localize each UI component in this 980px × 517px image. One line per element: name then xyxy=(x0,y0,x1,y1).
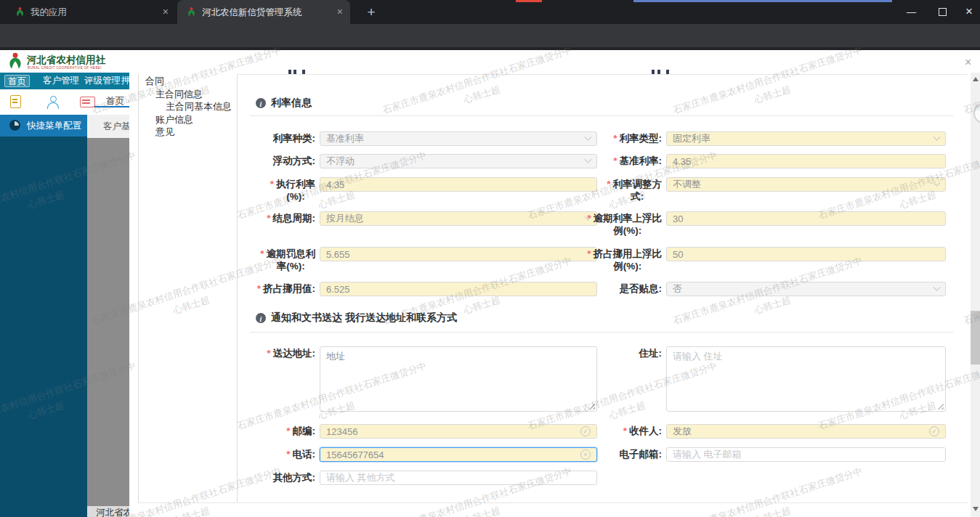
field-value: 不浮动 xyxy=(326,155,581,168)
maximize-button[interactable] xyxy=(939,8,947,16)
quick-menu-label: 快捷菜单配置 xyxy=(27,120,81,132)
app-logo-strip: 河北省农村信用社 RURAL CREDIT COOPERATIVE OF HEB… xyxy=(0,50,129,73)
dashboard-icon xyxy=(9,120,20,131)
field-value: 123456 xyxy=(326,426,576,437)
list-card-icon[interactable] xyxy=(80,97,95,107)
tab-close-icon[interactable]: × xyxy=(337,6,343,17)
top-accent-blue xyxy=(633,0,892,2)
tab-title: 河北农信新信贷管理系统 xyxy=(202,7,324,19)
tree-item-4[interactable]: 账户信息 xyxy=(139,113,235,126)
field-label-delivery-address: *送达地址: xyxy=(224,347,315,359)
tree-item-3[interactable]: 主合同基本信息 xyxy=(139,100,235,113)
field-label-base-rate: *基准利率: xyxy=(564,155,662,167)
field-value: 5.655 xyxy=(326,249,591,260)
field-phone[interactable]: 15645677654× xyxy=(320,447,597,462)
field-label-text: 浮动方式: xyxy=(273,155,316,167)
dialog-close-icon[interactable]: × xyxy=(965,56,971,69)
field-value: 发放 xyxy=(673,425,925,438)
clipped-text-fragment xyxy=(652,70,655,74)
field-label-text: 是否贴息: xyxy=(620,282,663,295)
tree-item-2[interactable]: 主合同信息 xyxy=(139,88,235,101)
app-nav: 首页客户管理评级管理押品 xyxy=(0,73,129,89)
screen: 我的应用 × 河北农信新信贷管理系统 × + — × ← → ↻ 不安全 xyxy=(0,0,980,517)
window-close-button[interactable]: × xyxy=(965,4,973,19)
field-rate-type[interactable]: 固定利率 xyxy=(666,131,946,146)
scrollbar-down-arrow[interactable] xyxy=(973,507,979,511)
section-header-delivery: 通知和文书送达 我行送达地址和联系方式 xyxy=(256,312,457,325)
dialog-scrollbar[interactable] xyxy=(971,73,980,517)
field-misuse-value[interactable]: 6.525 xyxy=(320,282,597,296)
required-asterisk: * xyxy=(587,212,591,237)
tree-item-5[interactable]: 意见 xyxy=(139,126,235,139)
new-tab-button[interactable]: + xyxy=(362,3,381,22)
field-rate-kind[interactable]: 基准利率 xyxy=(320,131,597,146)
field-home-address[interactable]: 请输入 住址 xyxy=(666,346,946,412)
sidebar-item-quick-menu[interactable]: 快捷菜单配置 xyxy=(0,115,87,137)
scrollbar-thumb[interactable] xyxy=(971,311,980,365)
field-rate-adjust-mode[interactable]: 不调整 xyxy=(666,177,946,192)
field-base-rate[interactable]: 4.35 xyxy=(666,154,946,168)
field-discount-flag[interactable]: 否 xyxy=(666,282,946,296)
scrollbar-up-arrow[interactable] xyxy=(973,77,979,81)
field-recipient[interactable]: 发放✓ xyxy=(666,424,946,439)
field-interest-cycle[interactable]: 按月结息 xyxy=(320,211,597,226)
favicon-rcc-logo xyxy=(186,7,197,17)
check-circle-icon[interactable]: ✓ xyxy=(929,426,939,436)
nav-item-3[interactable]: 评级管理 xyxy=(81,75,123,87)
field-label-overdue-float-ratio: *逾期利率上浮比 例(%): xyxy=(564,212,662,237)
field-label-rate-kind: 利率种类: xyxy=(224,132,315,144)
field-placeholder: 请输入 其他方式 xyxy=(326,471,591,484)
page-footer-fragment: 河北省农 xyxy=(87,506,129,517)
field-email[interactable]: 请输入 电子邮箱 xyxy=(666,447,946,462)
minimize-button[interactable]: — xyxy=(907,7,916,17)
field-exec-rate[interactable]: 4.35 xyxy=(320,177,597,192)
field-placeholder: 请输入 电子邮箱 xyxy=(673,448,939,461)
field-other-method[interactable]: 请输入 其他方式 xyxy=(320,471,597,485)
field-delivery-address[interactable]: 地址 xyxy=(320,346,597,412)
tab-close-icon[interactable]: × xyxy=(163,6,169,17)
field-label-float-mode: 浮动方式: xyxy=(224,155,315,167)
browser-tab-my-apps[interactable]: 我的应用 × xyxy=(6,0,176,24)
chevron-down-icon xyxy=(934,133,941,140)
nav-item-1[interactable]: 首页 xyxy=(4,75,30,87)
field-postcode[interactable]: 123456✓ xyxy=(320,424,597,439)
user-icon[interactable] xyxy=(46,95,60,108)
field-label-text: 收件人: xyxy=(629,425,662,437)
field-label-postcode: *邮编: xyxy=(224,425,315,437)
field-label-recipient: *收件人: xyxy=(564,425,662,437)
required-asterisk: * xyxy=(613,132,617,144)
required-asterisk: * xyxy=(267,212,270,224)
field-label-home-address: 住址: xyxy=(564,347,662,359)
field-label-misuse-value: *挤占挪用值: xyxy=(224,282,315,295)
nav-item-4[interactable]: 押品 xyxy=(118,75,129,87)
field-label-text: 送达地址: xyxy=(273,347,316,359)
tree-item-1[interactable]: 合同 xyxy=(139,75,235,88)
field-label-text: 电话: xyxy=(293,448,316,460)
resize-handle-icon[interactable] xyxy=(937,403,944,410)
field-value: 固定利率 xyxy=(673,132,930,145)
field-label-rate-adjust-mode: *利率调整方 式: xyxy=(564,178,662,203)
field-value: 按月结息 xyxy=(326,212,581,225)
clipped-text-fragment xyxy=(302,70,305,74)
required-asterisk: * xyxy=(270,178,274,203)
active-tab-underline xyxy=(94,106,129,107)
required-asterisk: * xyxy=(286,448,290,460)
field-label-text: 电子邮箱: xyxy=(620,448,663,460)
clipped-text-fragment xyxy=(666,70,669,74)
section-divider xyxy=(251,115,953,116)
info-icon xyxy=(256,98,266,108)
field-overdue-float-ratio[interactable]: 30 xyxy=(666,211,946,226)
clipped-text-fragment xyxy=(657,70,660,74)
field-misuse-float-ratio[interactable]: 50 xyxy=(666,247,946,261)
field-label-text: 逾期罚息利 率(%): xyxy=(267,248,316,272)
field-overdue-penalty-rate[interactable]: 5.655 xyxy=(320,247,597,261)
resize-handle-icon[interactable] xyxy=(588,403,595,410)
field-placeholder: 请输入 住址 xyxy=(673,350,939,363)
field-float-mode[interactable]: 不浮动 xyxy=(320,154,597,168)
nav-item-2[interactable]: 客户管理 xyxy=(40,75,82,87)
document-icon[interactable] xyxy=(10,95,21,108)
browser-tab-credit-system[interactable]: 河北农信新信贷管理系统 × xyxy=(177,0,350,24)
page: 河北省农村信用社 RURAL CREDIT COOPERATIVE OF HEB… xyxy=(0,47,980,517)
tab-title: 我的应用 xyxy=(31,7,153,19)
field-label-text: 利率种类: xyxy=(273,132,316,144)
